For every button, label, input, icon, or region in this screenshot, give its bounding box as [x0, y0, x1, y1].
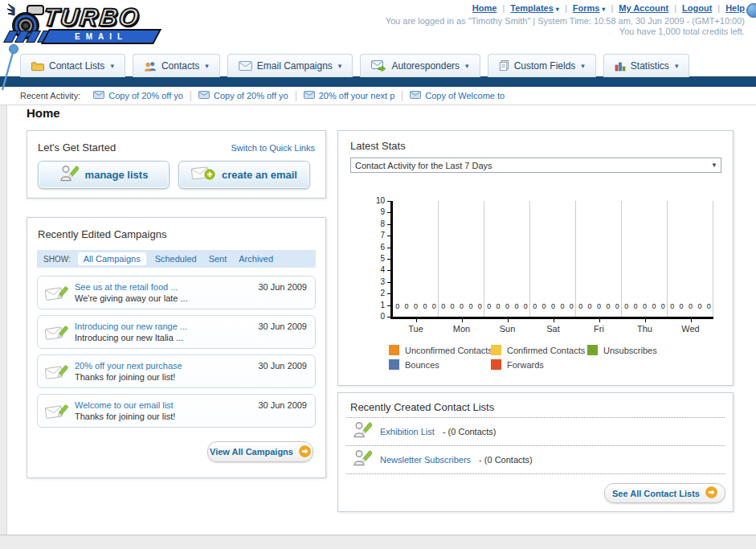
separator: | [611, 3, 613, 13]
contact-list-detail: - (0 Contacts) [443, 427, 497, 436]
help-bubble-icon[interactable] [746, 3, 756, 18]
contact-list-items: Exhibition List- (0 Contacts)Newsletter … [346, 417, 725, 474]
chevron-down-icon: ▼ [711, 162, 717, 169]
chevron-down-icon: ▾ [110, 62, 114, 70]
tab-label: Contact Lists [49, 60, 104, 72]
legend-label: Unsubscribes [603, 346, 657, 355]
y-axis-tick [387, 305, 391, 306]
recent-activity-item[interactable]: Copy of 20% off yo [93, 91, 183, 100]
value-label: 0 [686, 302, 695, 310]
contact-list-link[interactable]: Exhibition List [380, 427, 435, 436]
create-an-email-button[interactable]: create an email [178, 161, 310, 189]
value-label: 0 [402, 302, 411, 310]
x-axis-tick [462, 319, 463, 322]
chevron-down-icon: ▾ [602, 6, 605, 13]
value-label: 0 [420, 302, 429, 310]
x-axis-tick [508, 319, 509, 322]
arrow-circle-icon [299, 445, 311, 459]
chevron-down-icon: ▾ [465, 62, 469, 70]
y-axis-label: 3 [364, 277, 385, 286]
filter-scheduled[interactable]: Scheduled [155, 254, 197, 264]
recent-activity-item[interactable]: 20% off your next p [304, 91, 395, 100]
recent-activity-bar: Recent Activity: Copy of 20% off yoCopy … [0, 87, 756, 105]
recent-activity-label: Recent Activity: [20, 91, 80, 100]
value-label: 0 [447, 302, 456, 310]
filter-archived[interactable]: Archived [239, 254, 273, 264]
main-nav-tabs: Contact Lists▾Contacts▾Email Campaigns▾A… [20, 54, 689, 77]
campaign-row[interactable]: See us at the retail food ...We're givin… [37, 276, 316, 309]
contact-list-item[interactable]: Exhibition List- (0 Contacts) [346, 417, 725, 445]
latest-stats-title: Latest Stats [350, 140, 406, 152]
y-axis-tick [387, 282, 391, 283]
contact-list-item[interactable]: Newsletter Subscribers- (0 Contacts) [346, 445, 725, 473]
tab-email-campaigns[interactable]: Email Campaigns▾ [227, 54, 353, 77]
chevron-down-icon: ▾ [205, 62, 209, 70]
top-link-my-account[interactable]: My Account [619, 3, 668, 13]
legend-swatch [587, 345, 598, 355]
separator: | [717, 3, 720, 13]
legend-item-unconfirmed-contacts: Unconfirmed Contacts [389, 345, 492, 355]
recent-activity-item-label: Copy of 20% off yo [214, 91, 288, 100]
recent-activity-item[interactable]: Copy of Welcome to [410, 91, 505, 100]
chevron-down-icon: ▾ [338, 62, 342, 70]
autoresponder-envelope-icon [371, 60, 386, 72]
tab-statistics[interactable]: Statistics▾ [603, 54, 690, 77]
manage-lists-button[interactable]: manage lists [38, 161, 170, 189]
person-edit-icon [59, 165, 79, 186]
separator: | [502, 3, 505, 13]
filter-all-campaigns[interactable]: All Campaigns [78, 252, 146, 265]
page: TURBO EMAIL Home|Templates▾|Forms▾|My Ac… [0, 0, 756, 549]
tab-label: Custom Fields [514, 60, 576, 72]
top-link-home[interactable]: Home [472, 3, 497, 13]
y-axis-label: 7 [364, 231, 385, 240]
stats-period-select[interactable]: Contact Activity for the Last 7 Days ▼ [350, 158, 721, 173]
campaign-title-link[interactable]: See us at the retail food ... [75, 282, 178, 292]
campaign-row[interactable]: Welcome to our email listThanks for join… [37, 394, 316, 428]
value-label: 0 [393, 302, 402, 310]
top-link-help[interactable]: Help [725, 3, 745, 13]
value-label: 0 [521, 302, 530, 310]
contact-list-link[interactable]: Newsletter Subscribers [380, 455, 471, 465]
tab-contact-lists[interactable]: Contact Lists▾ [20, 54, 125, 77]
legend-item-confirmed-contacts: Confirmed Contacts [491, 345, 585, 355]
campaign-title-link[interactable]: Welcome to our email list [75, 400, 174, 410]
top-link-templates[interactable]: Templates▾ [510, 3, 559, 13]
view-all-campaigns-button[interactable]: View All Campaigns [207, 441, 313, 462]
tab-custom-fields[interactable]: Custom Fields▾ [488, 54, 596, 77]
filter-sent[interactable]: Sent [209, 254, 227, 264]
y-axis-label: 10 [364, 196, 385, 205]
x-axis-label: Wed [668, 324, 713, 334]
see-all-contact-lists-button[interactable]: See All Contact Lists [604, 483, 725, 503]
campaign-row[interactable]: 20% off your next purchaseThanks for joi… [37, 354, 316, 388]
campaign-title-link[interactable]: Introducing our new range ... [75, 322, 187, 331]
legend-label: Unconfirmed Contacts [405, 346, 492, 355]
campaign-row[interactable]: Introducing our new range ...Introducing… [37, 315, 316, 349]
envelope-edit-icon [45, 363, 69, 385]
recent-activity-item[interactable]: Copy of 20% off yo [198, 91, 288, 100]
gridline [529, 201, 530, 317]
y-axis-label: 9 [364, 207, 385, 216]
campaign-subtitle: Thanks for joining our list! [75, 412, 175, 421]
view-all-campaigns-label: View All Campaigns [210, 447, 293, 457]
pin-pointer-icon [0, 42, 22, 93]
small-envelope-icon [410, 91, 421, 100]
statistics-bars-icon [615, 61, 626, 72]
value-label: 0 [457, 302, 466, 310]
tab-contacts[interactable]: Contacts▾ [133, 54, 220, 77]
campaigns-title: Recently Edited Campaigns [38, 228, 166, 240]
value-label: 0 [530, 302, 539, 310]
x-axis-tick [691, 319, 692, 322]
chevron-down-icon: ▾ [675, 62, 679, 70]
top-link-forms[interactable]: Forms▾ [573, 3, 606, 13]
x-axis-tick [599, 319, 600, 322]
get-started-buttons: manage listscreate an email [38, 161, 310, 189]
legend-swatch [389, 345, 399, 355]
switch-quick-links[interactable]: Switch to Quick Links [231, 143, 315, 153]
tab-label: Contacts [161, 60, 199, 72]
top-link-logout[interactable]: Logout [682, 3, 712, 13]
tab-label: Email Campaigns [257, 60, 333, 72]
tab-autoresponders[interactable]: Autoresponders▾ [360, 54, 480, 77]
credits-info: You have 1,000 total credits left. [619, 27, 745, 36]
campaign-title-link[interactable]: 20% off your next purchase [75, 361, 182, 371]
gridline [667, 201, 668, 317]
